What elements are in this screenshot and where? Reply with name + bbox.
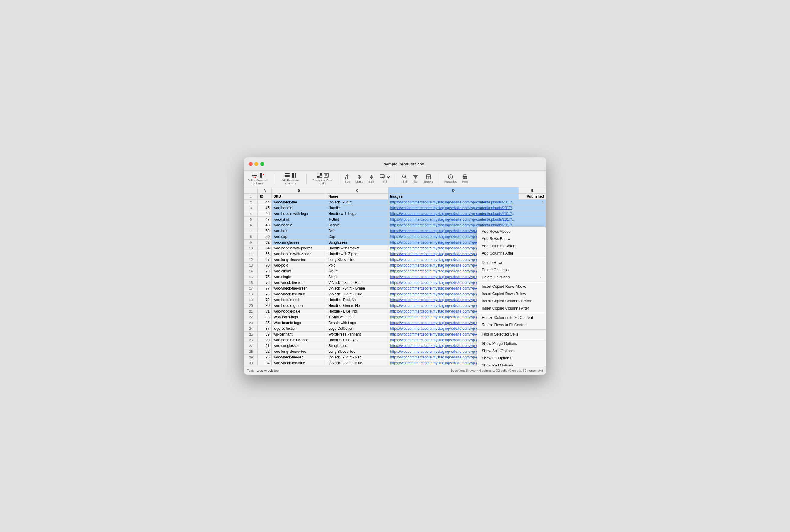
- cell-sku[interactable]: woo-hoodie-blue: [271, 309, 326, 315]
- toolbar-filter[interactable]: Filter: [412, 174, 419, 184]
- cell-name[interactable]: V-Neck T-Shirt - Green: [326, 286, 388, 291]
- menu-item[interactable]: Insert Copied Columns After: [477, 305, 546, 312]
- cell-id[interactable]: 94: [258, 360, 271, 366]
- toolbar-print[interactable]: Print: [462, 174, 468, 184]
- toolbar-explore[interactable]: Explore: [424, 174, 433, 184]
- cell-name[interactable]: V-Neck T-Shirt - Blue: [326, 291, 388, 297]
- cell-name[interactable]: WordPress Pennant: [326, 331, 388, 337]
- cell-sku[interactable]: woo-hoodie-red: [271, 297, 326, 303]
- cell-id[interactable]: 46: [258, 211, 271, 217]
- menu-item[interactable]: Add Columns Before: [477, 243, 546, 250]
- col-header-c[interactable]: C: [326, 187, 388, 194]
- cell-sku[interactable]: woo-single: [271, 274, 326, 280]
- cell-sku[interactable]: woo-hoodie-with-logo: [271, 211, 326, 217]
- cell-name[interactable]: Belt: [326, 228, 388, 234]
- cell-name[interactable]: T-Shirt with Logo: [326, 315, 388, 320]
- cell-sku[interactable]: woo-sunglasses: [271, 343, 326, 349]
- cell-sku[interactable]: woo-beanie: [271, 223, 326, 228]
- cell-id[interactable]: 89: [258, 331, 271, 337]
- cell-sku[interactable]: woo-hoodie-blue-logo: [271, 337, 326, 343]
- cell-published[interactable]: [519, 211, 546, 217]
- cell-sku[interactable]: woo-vneck-tee-red: [271, 355, 326, 360]
- cell-name[interactable]: Beanie: [326, 223, 388, 228]
- cell-name[interactable]: Album: [326, 268, 388, 274]
- toolbar-fill[interactable]: Fill: [380, 174, 390, 184]
- cell-name[interactable]: Long Sleeve Tee: [326, 349, 388, 355]
- cell-name[interactable]: Hoodie with Zipper: [326, 251, 388, 257]
- cell-sku[interactable]: woo-long-sleeve-tee: [271, 349, 326, 355]
- cell-name[interactable]: Hoodie with Pocket: [326, 245, 388, 251]
- menu-item[interactable]: Add Columns After: [477, 250, 546, 257]
- cell-sku[interactable]: woo-long-sleeve-tee: [271, 257, 326, 263]
- cell-name[interactable]: Polo: [326, 263, 388, 268]
- cell-sku[interactable]: woo-belt: [271, 228, 326, 234]
- menu-item[interactable]: Delete Columns: [477, 266, 546, 273]
- cell-sku[interactable]: logo-collection: [271, 326, 326, 331]
- cell-id[interactable]: 62: [258, 240, 271, 245]
- menu-item[interactable]: Show Fill Options: [477, 355, 546, 362]
- col-header-e[interactable]: E: [519, 187, 546, 194]
- cell-id[interactable]: 81: [258, 309, 271, 315]
- menu-item[interactable]: Find in Selected Cells: [477, 331, 546, 338]
- close-button[interactable]: [249, 162, 253, 166]
- toolbar-split[interactable]: Split: [369, 174, 374, 184]
- cell-name[interactable]: Cap: [326, 234, 388, 240]
- cell-published[interactable]: [519, 205, 546, 211]
- cell-sku[interactable]: woo-hoodie-with-zipper: [271, 251, 326, 257]
- cell-id[interactable]: 93: [258, 355, 271, 360]
- col-header-a[interactable]: A: [258, 187, 271, 194]
- cell-id[interactable]: 87: [258, 326, 271, 331]
- cell-sku[interactable]: woo-hoodie-green: [271, 303, 326, 309]
- cell-id[interactable]: 70: [258, 263, 271, 268]
- cell-id[interactable]: 58: [258, 228, 271, 234]
- toolbar-add-rows-cols[interactable]: Add Rows and Columns: [280, 173, 301, 185]
- cell-name[interactable]: V-Neck T-Shirt - Red: [326, 355, 388, 360]
- cell-sku[interactable]: woo-vneck-tee-blue: [271, 291, 326, 297]
- cell-name[interactable]: T-Shirt: [326, 217, 388, 223]
- cell-id[interactable]: 80: [258, 303, 271, 309]
- menu-item[interactable]: Show Pad Options: [477, 362, 546, 366]
- cell-sku[interactable]: woo-cap: [271, 234, 326, 240]
- toolbar-sort[interactable]: Sort: [345, 174, 350, 184]
- menu-item[interactable]: Show Split Options: [477, 347, 546, 355]
- cell-sku[interactable]: wp-pennant: [271, 331, 326, 337]
- col-header-b[interactable]: B: [271, 187, 326, 194]
- toolbar-merge[interactable]: Merge: [355, 174, 363, 184]
- table-row[interactable]: 547woo-tshirtT-Shirthttps://woocommercec…: [244, 217, 546, 223]
- cell-name[interactable]: Long Sleeve Tee: [326, 257, 388, 263]
- cell-sku[interactable]: woo-vneck-tee-green: [271, 286, 326, 291]
- col-header-d[interactable]: D: [388, 187, 518, 194]
- menu-item[interactable]: Resize Columns to Fit Content: [477, 314, 546, 321]
- menu-item[interactable]: Insert Copied Columns Before: [477, 298, 546, 305]
- menu-item[interactable]: Add Rows Below: [477, 235, 546, 243]
- cell-id[interactable]: 45: [258, 205, 271, 211]
- cell-id[interactable]: 77: [258, 286, 271, 291]
- cell-id[interactable]: 64: [258, 245, 271, 251]
- cell-sku[interactable]: woo-sunglasses: [271, 240, 326, 245]
- cell-id[interactable]: 91: [258, 343, 271, 349]
- cell-name[interactable]: Beanie with Logo: [326, 320, 388, 326]
- cell-name[interactable]: Sunglasses: [326, 240, 388, 245]
- menu-item[interactable]: Insert Copied Rows Below: [477, 290, 546, 298]
- cell-name[interactable]: Hoodie: [326, 205, 388, 211]
- maximize-button[interactable]: [260, 162, 264, 166]
- cell-name[interactable]: Single: [326, 274, 388, 280]
- cell-name[interactable]: Hoodie - Red, No: [326, 297, 388, 303]
- cell-name[interactable]: V-Neck T-Shirt - Red: [326, 280, 388, 286]
- cell-sku[interactable]: woo-tshirt: [271, 217, 326, 223]
- cell-id[interactable]: 92: [258, 349, 271, 355]
- cell-images[interactable]: https://woocommercecore.mystagingwebsite…: [388, 200, 518, 205]
- cell-id[interactable]: 44: [258, 200, 271, 205]
- cell-id[interactable]: 75: [258, 274, 271, 280]
- cell-id[interactable]: 73: [258, 268, 271, 274]
- cell-images[interactable]: https://woocommercecore.mystagingwebsite…: [388, 217, 518, 223]
- cell-id[interactable]: 48: [258, 223, 271, 228]
- cell-images[interactable]: https://woocommercecore.mystagingwebsite…: [388, 211, 518, 217]
- cell-id[interactable]: 66: [258, 251, 271, 257]
- table-row[interactable]: 244woo-vneck-teeV-Neck T-Shirthttps://wo…: [244, 200, 546, 205]
- menu-item[interactable]: Delete Cells And›: [477, 273, 546, 281]
- cell-sku[interactable]: woo-vneck-tee-blue: [271, 360, 326, 366]
- cell-name[interactable]: Hoodie - Green, No: [326, 303, 388, 309]
- toolbar-delete-rows-cols[interactable]: Delete Rows and Columns: [248, 173, 269, 185]
- cell-name[interactable]: Hoodie - Blue, No: [326, 309, 388, 315]
